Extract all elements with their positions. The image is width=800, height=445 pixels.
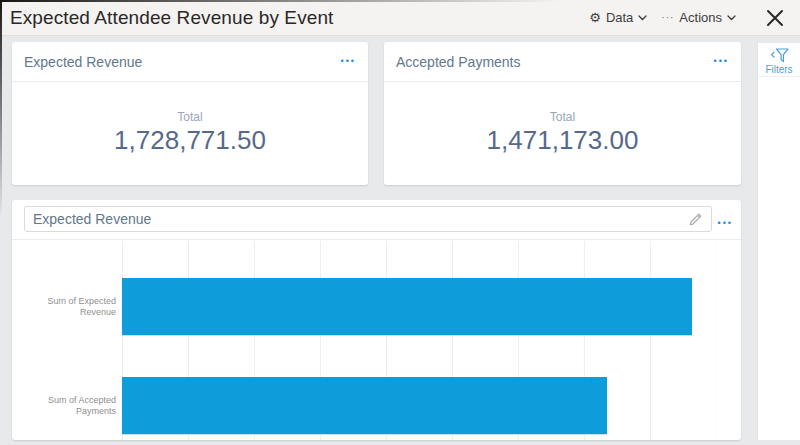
filters-label: Filters [765, 64, 792, 75]
bar-2[interactable] [122, 377, 607, 435]
chart-header: Expected Revenue ••• [12, 200, 741, 240]
kpi-value: 1,728,771.50 [114, 125, 266, 156]
kpi-value: 1,471,173.00 [487, 125, 639, 156]
kpi-card-accepted-payments: Accepted Payments ••• Total 1,471,173.00 [384, 42, 741, 185]
widget-menu-icon[interactable]: ••• [714, 53, 729, 70]
category-label: Sum of Expected Revenue [12, 296, 116, 318]
kpi-body: Total 1,728,771.50 [12, 82, 368, 184]
widget-menu-icon[interactable]: ••• [341, 53, 356, 70]
chart-card-expected-revenue: Expected Revenue ••• Sum of Expected Rev… [12, 200, 741, 440]
chart-plot: Sum of Expected RevenueSum of Accepted P… [12, 241, 716, 440]
filters-panel: Filters [757, 42, 800, 440]
filters-toggle-button[interactable]: Filters [758, 43, 800, 77]
window-edge-top [0, 0, 560, 2]
category-label: Sum of Accepted Payments [12, 395, 116, 417]
filter-funnel-icon [770, 48, 789, 63]
actions-menu-button[interactable]: ··· Actions [659, 6, 738, 29]
chevron-down-icon [727, 15, 736, 21]
widget-menu-icon[interactable]: ••• [718, 215, 733, 232]
ellipsis-icon: ··· [661, 13, 674, 23]
data-menu-label: Data [606, 10, 633, 25]
kpi-total-label: Total [177, 110, 202, 124]
gear-icon: ⚙ [589, 11, 601, 24]
widget-title: Accepted Payments [396, 54, 521, 70]
header-actions: ⚙ Data ··· Actions [587, 5, 788, 31]
dashboard-header: Expected Attendee Revenue by Event ⚙ Dat… [0, 0, 800, 36]
kpi-total-label: Total [550, 110, 575, 124]
chart-title-text: Expected Revenue [33, 211, 151, 227]
widget-header: Expected Revenue ••• [12, 42, 368, 82]
edit-pencil-icon[interactable] [686, 211, 704, 227]
bar-track [122, 377, 716, 435]
chart-row: Sum of Expected Revenue [122, 257, 716, 356]
close-icon[interactable] [762, 5, 788, 31]
chart-rows: Sum of Expected RevenueSum of Accepted P… [12, 241, 716, 440]
bar-track [122, 278, 716, 336]
kpi-card-expected-revenue: Expected Revenue ••• Total 1,728,771.50 [12, 42, 368, 185]
actions-menu-label: Actions [679, 10, 722, 25]
widget-header: Accepted Payments ••• [384, 42, 741, 82]
bar-1[interactable] [122, 278, 692, 336]
data-menu-button[interactable]: ⚙ Data [587, 6, 649, 29]
chart-title-input[interactable]: Expected Revenue [24, 206, 712, 232]
window-edge-left [0, 0, 2, 220]
kpi-body: Total 1,471,173.00 [384, 82, 741, 184]
page-title: Expected Attendee Revenue by Event [10, 7, 333, 29]
widget-title: Expected Revenue [24, 54, 142, 70]
chart-row: Sum of Accepted Payments [122, 356, 716, 440]
chevron-down-icon [638, 15, 647, 21]
